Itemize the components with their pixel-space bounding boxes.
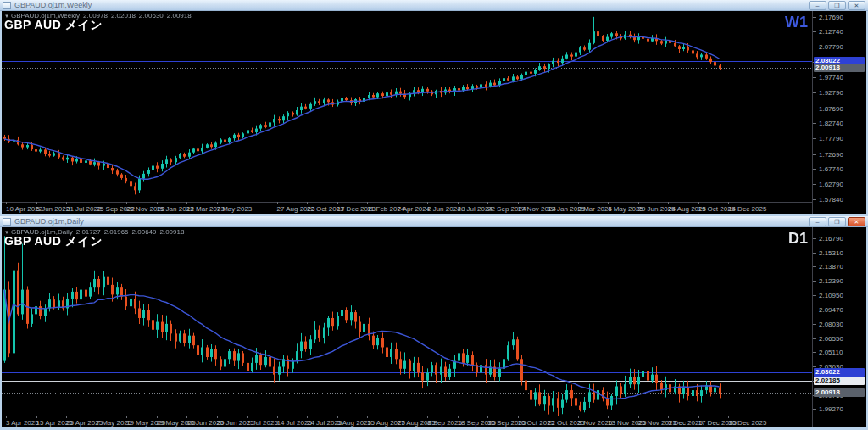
- chart-plot-area[interactable]: ▼GBPAUD.oj1m,Weekly2.009782.020182.00630…: [2, 11, 812, 214]
- minimize-button[interactable]: –: [809, 1, 826, 10]
- date-tick-label: 14 Dec 2025: [728, 205, 766, 213]
- symbol-dropdown-icon[interactable]: ▼: [4, 230, 9, 235]
- symbol-dropdown-icon[interactable]: ▼: [4, 14, 9, 19]
- date-tick-label: 3 Apr 2025: [6, 419, 39, 427]
- info-low: 2.00630: [139, 12, 164, 20]
- price-tick-label: 2.13870: [819, 263, 843, 271]
- price-tick-label: 1.99270: [819, 405, 843, 413]
- info-symbol: GBPAUD.oj1m,Weekly: [11, 12, 80, 20]
- date-tick-label: 7 Apr 2024: [398, 205, 431, 213]
- ohlc-info-line[interactable]: ▼GBPAUD.oj1m,Daily2.017272.019652.006492…: [4, 228, 184, 236]
- chart-plot-area[interactable]: ▼GBPAUD.oj1m,Daily2.017272.019652.006492…: [2, 227, 812, 427]
- price-tick-label: 2.12740: [819, 28, 843, 36]
- date-tick-label: 5 Aug 2025: [337, 419, 371, 427]
- chart-watermark-label: GBP AUD メイン: [4, 234, 103, 249]
- info-open: 2.01727: [76, 228, 101, 236]
- price-tick-label: 2.10950: [819, 292, 843, 299]
- chart-watermark-label: GBP AUD メイン: [4, 18, 103, 33]
- price-tick-label: 2.05110: [819, 349, 843, 356]
- info-close: 2.00918: [159, 228, 184, 236]
- timeframe-label: D1: [788, 230, 808, 248]
- price-tick-label: 1.82740: [819, 120, 843, 127]
- ohlc-info-line[interactable]: ▼GBPAUD.oj1m,Weekly2.009782.020182.00630…: [4, 12, 192, 20]
- date-tick-label: 9 Mar 2025: [578, 205, 612, 213]
- price-axis[interactable]: 2.176902.127402.077902.028401.977401.927…: [812, 11, 866, 214]
- price-tick-label: 2.09470: [819, 306, 843, 314]
- restore-button[interactable]: ❐: [828, 217, 846, 226]
- minimize-button[interactable]: –: [809, 217, 826, 226]
- date-tick-label: 5 Jun 2022: [36, 205, 70, 213]
- price-tick-label: 1.97740: [819, 74, 843, 81]
- chart-window-icon: [3, 2, 11, 9]
- date-tick-label: 30 Dec 2025: [728, 419, 766, 427]
- price-tick-label: 2.17690: [819, 14, 843, 21]
- window-title: GBPAUD.oj1m,Daily: [14, 216, 809, 226]
- price-tick-label: 2.06550: [819, 335, 843, 343]
- timeframe-label: W1: [785, 14, 808, 31]
- price-level-badge: 2.00918: [814, 64, 865, 72]
- info-low: 2.00649: [132, 228, 157, 236]
- price-tick-label: 2.15310: [819, 249, 843, 257]
- restore-button[interactable]: ❐: [828, 1, 846, 10]
- price-tick-label: 1.62790: [819, 181, 843, 188]
- price-tick-label: 2.08030: [819, 321, 843, 328]
- info-high: 2.01965: [104, 228, 129, 236]
- info-close: 2.00918: [167, 12, 192, 20]
- price-tick-label: 2.16790: [819, 235, 843, 243]
- window-title: GBPAUD.oj1m,Weekly: [14, 0, 809, 10]
- date-tick-label: 2 Jun 2024: [427, 205, 461, 213]
- price-level-badge: 2.00918: [814, 388, 865, 397]
- info-high: 2.02018: [111, 12, 136, 20]
- window-titlebar[interactable]: GBPAUD.oj1m,Daily – ❐ ✕: [0, 216, 868, 227]
- daily-chart-canvas[interactable]: [2, 227, 812, 416]
- price-tick-label: 2.07790: [819, 43, 843, 51]
- close-button[interactable]: ✕: [848, 217, 865, 226]
- chart-window-daily: GBPAUD.oj1m,Daily – ❐ ✕ ▼GBPAUD.oj1m,Dai…: [0, 216, 868, 430]
- price-tick-label: 1.57840: [819, 196, 843, 204]
- price-tick-label: 1.77790: [819, 135, 843, 142]
- info-open: 2.00978: [83, 12, 108, 20]
- close-button[interactable]: ✕: [848, 1, 865, 10]
- window-titlebar[interactable]: GBPAUD.oj1m,Weekly – ❐ ✕: [0, 0, 868, 11]
- chart-window-weekly: GBPAUD.oj1m,Weekly – ❐ ✕ ▼GBPAUD.oj1m,We…: [0, 0, 868, 216]
- price-level-badge: 2.02185: [814, 377, 865, 385]
- weekly-chart-canvas[interactable]: [2, 11, 812, 202]
- chart-window-icon: [3, 218, 11, 226]
- info-symbol: GBPAUD.oj1m,Daily: [11, 228, 73, 236]
- price-tick-label: 1.67740: [819, 165, 843, 173]
- date-axis[interactable]: 3 Apr 202515 Apr 202525 Apr 20257 May 20…: [2, 416, 812, 427]
- price-tick-label: 1.72690: [819, 151, 843, 159]
- date-axis[interactable]: 10 Apr 20225 Jun 202231 Jul 202225 Sep 2…: [2, 202, 812, 214]
- price-axis[interactable]: 2.167902.153102.138702.123902.109502.094…: [812, 227, 866, 427]
- price-level-badge: 2.03022: [814, 368, 865, 377]
- date-tick-label: 2 Jul 2025: [247, 419, 278, 427]
- date-tick-label: 7 May 2023: [217, 205, 253, 213]
- price-tick-label: 2.12390: [819, 277, 843, 285]
- price-tick-label: 1.92790: [819, 89, 843, 97]
- price-tick-label: 1.87690: [819, 105, 843, 113]
